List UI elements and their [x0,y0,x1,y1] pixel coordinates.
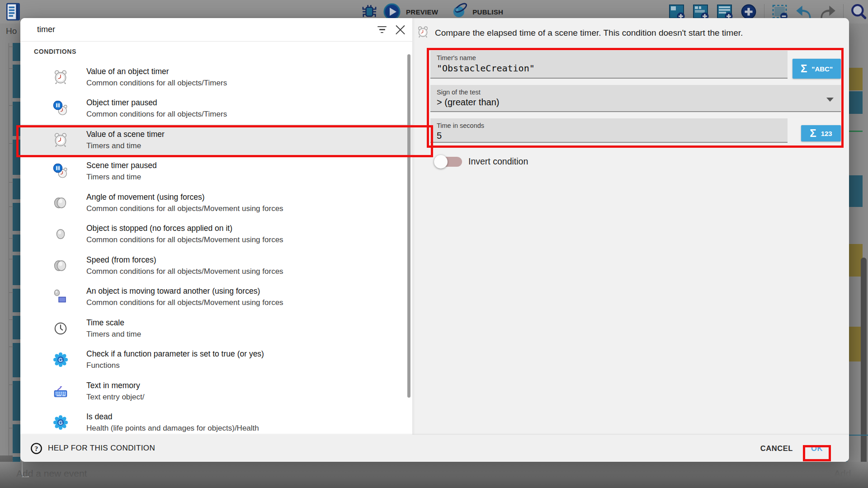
sigma-icon: Σ [801,63,807,74]
chevron-down-icon [826,98,834,102]
cancel-button[interactable]: CANCEL [760,444,793,453]
condition-title: Value of a scene timer [86,128,165,140]
condition-title: Value of an object timer [86,66,227,77]
condition-title: An object is moving toward another (usin… [86,285,283,297]
condition-title: Angle of movement (using forces) [86,191,283,203]
alarm-clock-icon [417,25,429,41]
coin-icon [53,226,68,242]
question-mark-icon: ? [30,442,42,455]
condition-path: Common conditions for all objects/Moveme… [86,297,283,309]
dialog-footer: ? HELP FOR THIS CONDITION CANCEL OK [20,435,849,462]
condition-path: Timers and time [86,171,157,183]
time-label: Time in seconds [437,122,781,129]
num-button-label: 123 [821,130,832,137]
condition-path: Common conditions for all objects/Timers [86,77,227,89]
condition-title: Check if a function parameter is set to … [86,348,264,360]
condition-title: Scene timer paused [86,160,157,171]
project-manager-icon[interactable] [5,3,22,20]
condition-detail-panel: Compare the elapsed time of a scene time… [412,18,849,435]
close-icon[interactable] [395,24,406,35]
list-item[interactable]: Text in memory Text entry object/ [20,375,412,407]
condition-path: Timers and time [86,328,141,340]
alarm-clock-icon [53,132,68,148]
time-value[interactable]: 5 [437,131,781,141]
conditions-header: CONDITIONS [34,48,76,55]
add-new-event-label[interactable]: Add a new event [16,468,87,479]
condition-title: Object timer paused [86,97,227,108]
list-item[interactable]: An object is moving toward another (usin… [20,282,412,313]
list-item[interactable]: Scene timer paused Timers and time [20,156,412,188]
filter-icon[interactable] [376,26,388,33]
list-item[interactable]: Speed (from forces) Common conditions fo… [20,250,412,282]
keyboard-icon [53,384,68,399]
home-tab-label[interactable]: Ho [6,26,17,36]
condition-description: Compare the elapsed time of a scene time… [435,28,743,38]
function-gear-icon: G [53,415,68,430]
instruction-search-panel: CONDITIONS Value of an object timer Comm… [20,18,412,435]
toolbar-divider [764,4,764,19]
coin-square-icon [53,289,68,305]
toolbar-divider [843,4,844,19]
abc-button-label: "ABC" [811,65,833,73]
conditions-list: Value of an object timer Common conditio… [20,61,412,435]
condition-path: Common conditions for all objects/Timers [86,108,227,120]
sign-of-test-select[interactable]: Sign of the test > (greater than) [430,85,841,112]
sign-label: Sign of the test [437,89,835,96]
alarm-paused-icon [53,101,68,116]
condition-path: Common conditions for all objects/Moveme… [86,234,283,246]
alarm-paused-icon [53,164,68,179]
svg-text:?: ? [34,444,38,452]
help-label: HELP FOR THIS CONDITION [48,444,155,453]
add-more-label[interactable]: Add... [834,468,859,479]
preview-button[interactable]: PREVIEW [406,8,438,16]
svg-text:G: G [58,357,62,363]
list-item[interactable]: G Is dead Health (life points and damage… [20,407,412,435]
ok-button[interactable]: OK [811,444,823,453]
coin-stack-icon [53,258,68,273]
condition-path: Functions [86,360,264,371]
list-item[interactable]: Angle of movement (using forces) Common … [20,187,412,219]
invert-condition-label: Invert condition [468,156,528,167]
publish-button[interactable]: PUBLISH [472,8,503,16]
alarm-clock-icon [53,70,68,85]
sigma-icon: Σ [810,128,816,139]
time-seconds-field[interactable]: Time in seconds 5 [430,118,788,143]
condition-title: Speed (from forces) [86,254,283,266]
condition-path: Text entry object/ [86,391,145,403]
list-item[interactable]: Value of an object timer Common conditio… [20,61,412,93]
screen: PREVIEW PUBLISH [0,0,868,488]
condition-path: Timers and time [86,140,165,152]
list-item[interactable]: G Check if a function parameter is set t… [20,344,412,376]
condition-path: Common conditions for all objects/Moveme… [86,266,283,277]
condition-path: Common conditions for all objects/Moveme… [86,203,283,215]
condition-path: Health (life points and damages for obje… [86,422,259,434]
invert-condition-toggle[interactable] [437,157,462,167]
bottom-strip [0,462,868,488]
search-icon[interactable] [850,3,868,20]
condition-title: Object is stopped (no forces applied on … [86,222,283,234]
condition-title: Is dead [86,411,259,422]
help-button[interactable]: ? HELP FOR THIS CONDITION [30,442,155,455]
list-item[interactable]: Time scale Timers and time [20,313,412,344]
timer-name-label: Timer's name [437,54,781,61]
expression-123-button[interactable]: Σ 123 [801,125,841,141]
sign-value: > (greater than) [437,97,835,108]
list-item[interactable]: Value of a scene timer Timers and time [20,124,412,156]
condition-title: Time scale [86,317,141,328]
condition-title: Text in memory [86,380,145,391]
function-gear-icon: G [53,352,68,367]
timer-name-value[interactable]: "ObstacleCreation" [437,63,781,74]
list-item[interactable]: Object timer paused Common conditions fo… [20,93,412,125]
condition-editor-dialog: CONDITIONS Value of an object timer Comm… [20,18,849,462]
clock-icon [53,321,68,336]
coin-stack-icon [53,195,68,211]
search-row [20,18,412,42]
search-input[interactable] [36,24,376,35]
list-scrollbar[interactable] [407,54,410,398]
timer-name-field[interactable]: Timer's name "ObstacleCreation" [430,51,788,79]
expression-abc-button[interactable]: Σ "ABC" [793,59,841,79]
svg-text:G: G [58,420,62,426]
list-item[interactable]: Object is stopped (no forces applied on … [20,219,412,250]
